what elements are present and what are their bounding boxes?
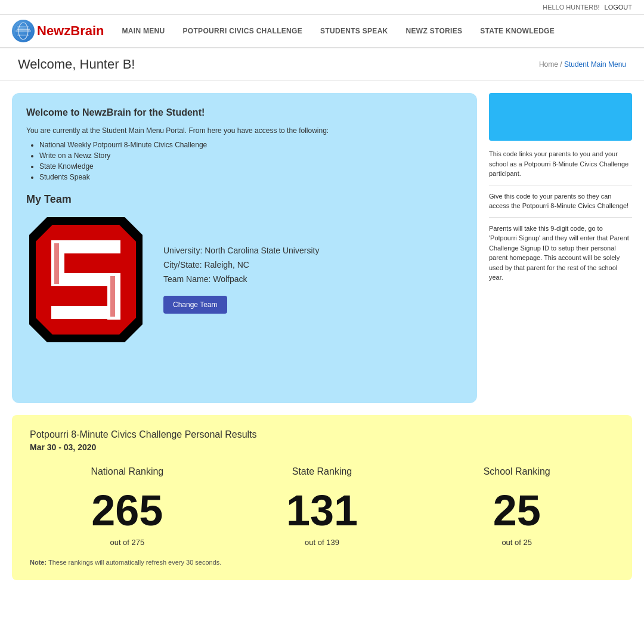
team-section: S S University: North Carolina State Uni… [26,214,463,345]
state-ranking-label: State Ranking [225,466,420,477]
breadcrumb-home[interactable]: Home [539,60,558,69]
list-item: State Knowledge [39,162,463,171]
main-content: Welcome to NewzBrain for the Student! Yo… [0,81,644,415]
blue-card-title: Welcome to NewzBrain for the Student! [26,107,463,118]
list-item: Students Speak [39,173,463,181]
list-item: Write on a Newz Story [39,151,463,160]
nav-state-knowledge[interactable]: STATE KNOWLEDGE [480,24,555,38]
right-panel: This code links your parents to you and … [489,93,632,283]
yellow-card: Potpourri 8-Minute Civics Challenge Pers… [12,415,632,580]
code-text-3: Parents will take this 9-digit code, go … [489,224,632,283]
team-info: University: North Carolina State Univers… [163,246,463,314]
code-text-1: This code links your parents to you and … [489,149,632,185]
header: NewzBrain MAIN MENU POTPOURRI CIVICS CHA… [0,15,644,48]
blue-card-list: National Weekly Potpourri 8-Minute Civic… [26,141,463,181]
yellow-card-title: Potpourri 8-Minute Civics Challenge Pers… [30,429,614,440]
blue-card-intro: You are currently at the Student Main Me… [26,126,463,135]
logo-text: NewzBrain [37,23,104,39]
school-ranking-col: School Ranking 25 out of 25 [419,466,614,547]
breadcrumb-separator: / [560,60,562,69]
breadcrumb-current: Student Main Menu [564,60,626,69]
national-ranking-out-of: out of 275 [30,538,225,547]
breadcrumb: Home / Student Main Menu [539,60,626,69]
nav-potpourri[interactable]: POTPOURRI CIVICS CHALLENGE [183,24,302,38]
top-bar: HELLO HUNTERB! LOGOUT [0,0,644,15]
svg-rect-17 [110,276,115,317]
state-ranking-out-of: out of 139 [225,538,420,547]
logo-area: NewzBrain [12,20,104,42]
page-title-bar: Welcome, Hunter B! Home / Student Main M… [0,48,644,81]
svg-rect-14 [64,253,120,273]
svg-rect-15 [51,286,107,306]
logo-globe-icon [12,20,35,42]
my-team-title: My Team [26,193,463,206]
nav-main-menu[interactable]: MAIN MENU [122,24,165,38]
team-logo: S S [26,214,145,345]
national-ranking-col: National Ranking 265 out of 275 [30,466,225,547]
note-label: Note: [30,559,47,566]
nav-students-speak[interactable]: STUDENTS SPEAK [320,24,388,38]
svg-rect-16 [54,243,59,284]
yellow-card-date: Mar 30 - 03, 2020 [30,442,614,452]
national-ranking-number: 265 [30,489,225,532]
change-team-button[interactable]: Change Team [163,296,227,314]
main-nav: MAIN MENU POTPOURRI CIVICS CHALLENGE STU… [122,24,555,38]
blue-card: Welcome to NewzBrain for the Student! Yo… [12,93,477,403]
blue-banner [489,93,632,141]
code-text-2: Give this code to your parents so they c… [489,191,632,218]
school-ranking-out-of: out of 25 [419,538,614,547]
city-state-info: City/State: Raleigh, NC [163,260,463,270]
list-item: National Weekly Potpourri 8-Minute Civic… [39,141,463,149]
nav-newz-stories[interactable]: NEWZ STORIES [406,24,463,38]
page-title: Welcome, Hunter B! [18,57,135,72]
university-info: University: North Carolina State Univers… [163,246,463,255]
logout-link[interactable]: LOGOUT [605,4,632,11]
school-ranking-number: 25 [419,489,614,532]
rankings-row: National Ranking 265 out of 275 State Ra… [30,466,614,547]
note-text: Note: These rankings will automatically … [30,559,614,566]
national-ranking-label: National Ranking [30,466,225,477]
state-ranking-col: State Ranking 131 out of 139 [225,466,420,547]
greeting-text: HELLO HUNTERB! [543,4,599,11]
note-body: These rankings will automatically refres… [48,559,221,566]
school-ranking-label: School Ranking [419,466,614,477]
team-name-info: Team Name: Wolfpack [163,274,463,284]
state-ranking-number: 131 [225,489,420,532]
